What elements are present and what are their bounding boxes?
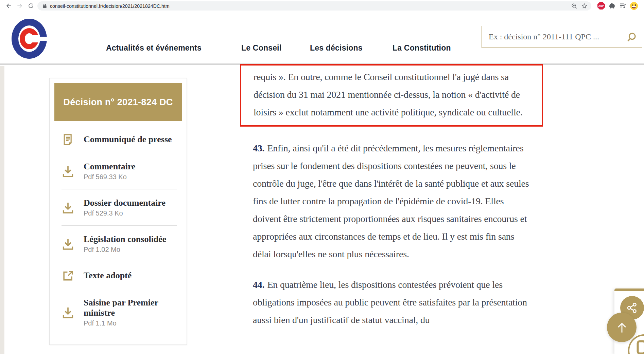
smiley-avatar-icon: [630, 2, 638, 10]
paragraph-number: 43.: [253, 143, 264, 153]
media-controls-icon[interactable]: [619, 2, 627, 10]
sidebar-item-saisine[interactable]: Saisine par Premier ministre Pdf 1.1 Mo: [50, 289, 187, 336]
sidebar-item-label: Texte adopté: [84, 271, 177, 281]
paragraph-text: Enfin, ainsi qu'il a été dit précédemmen…: [253, 143, 529, 259]
browser-forward-button[interactable]: [16, 2, 24, 10]
sidebar-item-label: Dossier documentaire: [84, 198, 177, 208]
download-icon: [60, 200, 75, 215]
url-text: conseil-constitutionnel.fr/decision/2021…: [50, 3, 170, 9]
highlighted-passage: requis ». En outre, comme le Conseil con…: [240, 64, 543, 127]
decision-title-banner: Décision n° 2021-824 DC: [54, 83, 182, 121]
browser-toolbar: conseil-constitutionnel.fr/decision/2021…: [0, 0, 644, 12]
download-icon: [60, 237, 75, 251]
link-icon: [637, 340, 644, 354]
decision-sidebar: Décision n° 2021-824 DC Communiqué de pr…: [49, 78, 187, 345]
extensions-puzzle-icon[interactable]: [608, 2, 616, 10]
paragraph-43: 43.Enfin, ainsi qu'il a été dit précédem…: [240, 139, 543, 263]
nav-item-la-constitution[interactable]: La Constitution: [393, 43, 451, 53]
up-arrow-icon: [614, 320, 629, 335]
reload-icon: [28, 3, 34, 9]
bookmark-star-icon[interactable]: [581, 2, 588, 10]
sidebar-item-meta: Pdf 1.02 Mo: [84, 246, 177, 254]
zoom-indicator-icon[interactable]: [571, 2, 578, 10]
browser-reload-button[interactable]: [27, 2, 35, 10]
sidebar-item-meta: Pdf 529.3 Ko: [84, 209, 177, 217]
press-release-icon: [60, 132, 75, 147]
sidebar-item-label: Saisine par Premier ministre: [84, 298, 177, 318]
back-arrow-icon: [5, 2, 12, 9]
nav-item-les-decisions[interactable]: Les décisions: [310, 43, 363, 53]
lock-icon[interactable]: [42, 3, 47, 8]
nav-item-actualites[interactable]: Actualités et événements: [106, 43, 202, 53]
forward-arrow-icon: [16, 2, 23, 9]
sidebar-item-label: Communiqué de presse: [84, 134, 177, 145]
external-link-icon: [60, 268, 75, 283]
back-to-top-button[interactable]: [607, 313, 637, 342]
search-icon: [627, 32, 637, 42]
paragraph-number: 44.: [253, 279, 264, 290]
sidebar-item-label: Commentaire: [84, 162, 177, 172]
conseil-constitutionnel-logo[interactable]: [12, 19, 47, 59]
site-header: Actualités et événements Le Conseil Les …: [0, 12, 644, 65]
address-bar[interactable]: conseil-constitutionnel.fr/decision/2021…: [37, 1, 591, 11]
share-icon: [626, 302, 638, 314]
sidebar-item-meta: Pdf 1.1 Mo: [84, 319, 177, 327]
sidebar-item-meta: Pdf 569.33 Ko: [84, 173, 177, 181]
sidebar-item-communique[interactable]: Communiqué de presse: [50, 126, 187, 153]
download-icon: [60, 164, 75, 179]
paragraph-text: En quatrième lieu, les dispositions cont…: [253, 279, 527, 325]
sidebar-item-texte-adopte[interactable]: Texte adopté: [50, 262, 187, 289]
browser-profile-avatar[interactable]: [630, 2, 638, 10]
highlighted-text: requis ». En outre, comme le Conseil con…: [254, 72, 523, 117]
sidebar-item-label: Législation consolidée: [84, 234, 177, 244]
search-button[interactable]: [626, 32, 637, 43]
page: conseil-constitutionnel.fr/decision/2021…: [0, 0, 644, 354]
browser-back-button[interactable]: [5, 2, 13, 10]
download-icon: [60, 305, 75, 320]
sidebar-item-commentaire[interactable]: Commentaire Pdf 569.33 Ko: [50, 153, 187, 189]
page-left-margin: [0, 66, 4, 354]
nav-item-le-conseil[interactable]: Le Conseil: [241, 43, 281, 53]
abp-badge: ABP: [597, 2, 605, 10]
sidebar-item-dossier[interactable]: Dossier documentaire Pdf 529.3 Ko: [50, 189, 187, 226]
site-search: [482, 26, 642, 48]
adblock-extension-icon[interactable]: ABP: [597, 2, 605, 10]
paragraph-44: 44.En quatrième lieu, les dispositions c…: [240, 276, 543, 329]
decision-text: requis ». En outre, comme le Conseil con…: [240, 64, 543, 329]
search-input[interactable]: [482, 26, 642, 48]
sidebar-item-legislation[interactable]: Législation consolidée Pdf 1.02 Mo: [50, 226, 187, 262]
